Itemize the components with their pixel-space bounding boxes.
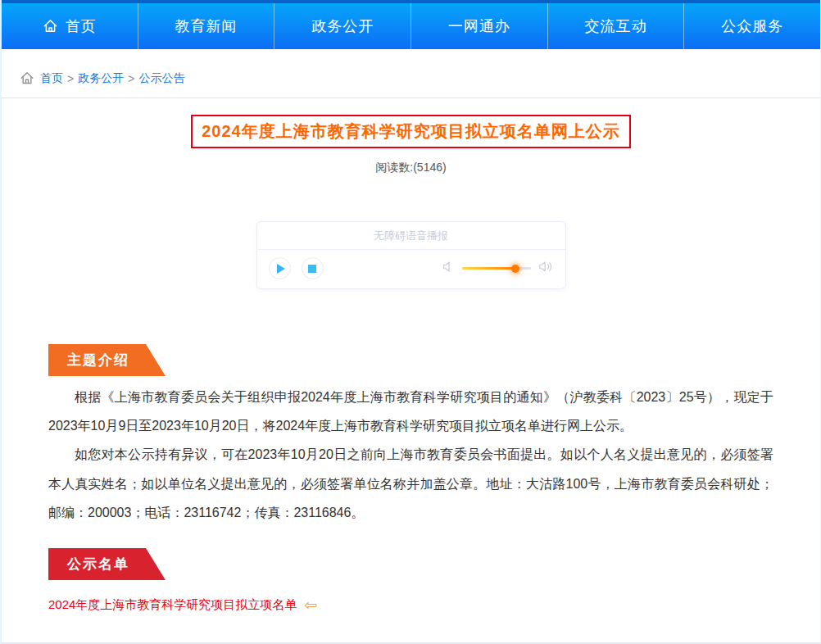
intro-paragraph-1: 根据《上海市教育委员会关于组织申报2024年度上海市教育科学研究项目的通知》（沪…: [48, 383, 773, 440]
nav-item-home[interactable]: 首页: [2, 3, 138, 49]
nav-item-label: 首页: [66, 16, 97, 36]
breadcrumb-link-home[interactable]: 首页: [40, 71, 63, 86]
article-body: 主题介绍 根据《上海市教育委员会关于组织申报2024年度上海市教育科学研究项目的…: [2, 289, 820, 613]
main-nav: 首页 教育新闻 政务公开 一网通办 交流互动 公众服务: [2, 3, 820, 49]
article-title-row: 2024年度上海市教育科学研究项目拟立项名单网上公示: [2, 115, 820, 148]
section-heading-list: 公示名单: [48, 548, 166, 580]
stop-icon: [308, 265, 316, 273]
back-arrow-icon: ⇦: [304, 597, 317, 613]
nav-item-one-stop[interactable]: 一网通办: [411, 3, 548, 49]
speaker-high-icon: [538, 261, 554, 276]
read-count: 阅读数:(5146): [2, 161, 820, 175]
volume-control: [442, 261, 554, 276]
audio-player: 无障碍语音播报: [256, 221, 566, 289]
audio-player-title: 无障碍语音播报: [257, 222, 565, 250]
breadcrumb-link-announcements[interactable]: 公示公告: [138, 71, 184, 86]
breadcrumb-separator: >: [128, 72, 134, 85]
stop-button[interactable]: [302, 257, 324, 279]
page-title: 2024年度上海市教育科学研究项目拟立项名单网上公示: [191, 115, 631, 148]
nav-item-public-service[interactable]: 公众服务: [684, 3, 820, 49]
page: 首页 教育新闻 政务公开 一网通办 交流互动 公众服务 首页 > 政务公开 >: [0, 0, 821, 644]
volume-slider-knob[interactable]: [511, 265, 519, 273]
breadcrumb-home-icon: [20, 70, 34, 85]
nav-item-interaction[interactable]: 交流互动: [548, 3, 685, 49]
list-link-row: 2024年度上海市教育科学研究项目拟立项名单 ⇦: [48, 597, 773, 613]
home-icon: [43, 18, 58, 34]
breadcrumb-link-gov-affairs[interactable]: 政务公开: [78, 71, 124, 86]
project-list-link[interactable]: 2024年度上海市教育科学研究项目拟立项名单: [48, 597, 297, 613]
play-button[interactable]: [269, 257, 291, 279]
breadcrumb-divider: [2, 98, 820, 98]
speaker-low-icon: [442, 261, 455, 276]
nav-item-label: 教育新闻: [175, 16, 238, 36]
section-heading-intro: 主题介绍: [48, 344, 166, 376]
nav-item-gov-affairs[interactable]: 政务公开: [274, 3, 411, 49]
nav-item-label: 一网通办: [448, 16, 510, 36]
intro-paragraphs: 根据《上海市教育委员会关于组织申报2024年度上海市教育科学研究项目的通知》（沪…: [48, 383, 773, 527]
breadcrumb-separator: >: [67, 72, 74, 85]
nav-item-label: 公众服务: [721, 16, 783, 36]
nav-item-news[interactable]: 教育新闻: [138, 3, 275, 49]
play-icon: [277, 264, 285, 274]
intro-paragraph-2: 如您对本公示持有异议，可在2023年10月20日之前向上海市教育委员会书面提出。…: [48, 440, 773, 527]
nav-item-label: 政务公开: [311, 16, 374, 36]
breadcrumb: 首页 > 政务公开 > 公示公告: [2, 49, 820, 98]
audio-player-controls: [257, 250, 565, 288]
article: 2024年度上海市教育科学研究项目拟立项名单网上公示 阅读数:(5146) 无障…: [2, 115, 820, 613]
volume-slider-fill: [462, 267, 516, 270]
volume-slider[interactable]: [462, 267, 531, 270]
nav-item-label: 交流互动: [585, 16, 647, 36]
